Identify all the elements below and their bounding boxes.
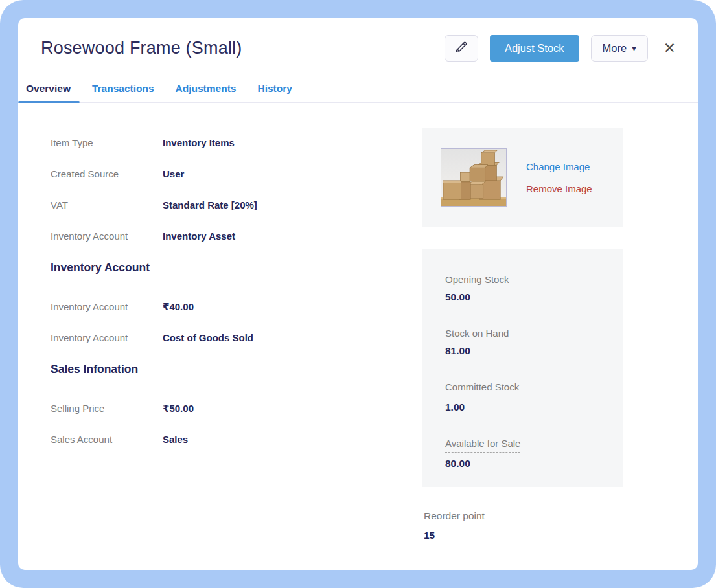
reorder-point-block: Reorder point 15 bbox=[422, 510, 623, 541]
detail-label: Item Type bbox=[51, 137, 163, 150]
detail-value: Inventory Items bbox=[163, 137, 235, 150]
item-detail-card: Rosewood Frame (Small) Adjust Stock More… bbox=[18, 18, 698, 570]
change-image-link[interactable]: Change Image bbox=[526, 161, 592, 172]
tab-adjustments[interactable]: Adjustments bbox=[176, 83, 237, 95]
adjust-stock-button[interactable]: Adjust Stock bbox=[490, 35, 579, 62]
image-links: Change Image Remove Image bbox=[526, 161, 592, 194]
chevron-down-icon: ▾ bbox=[632, 44, 636, 52]
tab-history[interactable]: History bbox=[257, 83, 292, 95]
detail-value: Inventory Asset bbox=[163, 230, 235, 243]
detail-row-vat: VAT Standard Rate [20%] bbox=[51, 199, 422, 212]
header: Rosewood Frame (Small) Adjust Stock More… bbox=[18, 18, 698, 62]
detail-label: Created Source bbox=[51, 168, 163, 181]
item-details-column: Item Type Inventory Items Created Source… bbox=[32, 128, 422, 541]
detail-value: Standard Rate [20%] bbox=[163, 199, 257, 212]
stock-row-committed-stock: Committed Stock 1.00 bbox=[445, 381, 610, 414]
overview-content: Item Type Inventory Items Created Source… bbox=[18, 103, 698, 541]
detail-value: ₹40.00 bbox=[163, 300, 194, 313]
detail-label: VAT bbox=[51, 199, 163, 212]
detail-value: Sales bbox=[163, 433, 188, 446]
image-panel: Change Image Remove Image bbox=[422, 128, 623, 227]
more-button-label: More bbox=[603, 42, 627, 54]
detail-value: ₹50.00 bbox=[163, 402, 194, 415]
stock-label: Available for Sale bbox=[445, 437, 520, 453]
reorder-point-label: Reorder point bbox=[424, 510, 623, 522]
detail-label: Selling Price bbox=[51, 402, 163, 415]
detail-row-selling-price: Selling Price ₹50.00 bbox=[51, 402, 422, 415]
stock-value: 80.00 bbox=[445, 457, 610, 470]
remove-image-link[interactable]: Remove Image bbox=[526, 183, 592, 194]
window-frame: Rosewood Frame (Small) Adjust Stock More… bbox=[0, 0, 716, 588]
tab-overview[interactable]: Overview bbox=[26, 83, 71, 95]
detail-value: User bbox=[163, 168, 184, 181]
detail-value: Cost of Goods Sold bbox=[163, 332, 253, 345]
detail-row-sales-account: Sales Account Sales bbox=[51, 433, 422, 446]
product-image bbox=[441, 148, 507, 207]
header-actions: Adjust Stock More ▾ ✕ bbox=[445, 35, 678, 62]
section-heading-inventory-account: Inventory Account bbox=[51, 261, 422, 275]
page-title: Rosewood Frame (Small) bbox=[41, 38, 242, 58]
detail-row-cost-price: Inventory Account ₹40.00 bbox=[51, 300, 422, 313]
section-heading-sales-information: Sales Infonation bbox=[51, 363, 422, 376]
stock-value: 50.00 bbox=[445, 291, 610, 304]
stock-label: Opening Stock bbox=[445, 273, 509, 286]
detail-label: Inventory Account bbox=[51, 300, 163, 313]
detail-row-item-type: Item Type Inventory Items bbox=[51, 137, 422, 150]
tab-transactions[interactable]: Transactions bbox=[92, 83, 154, 95]
detail-row-inventory-account: Inventory Account Inventory Asset bbox=[51, 230, 422, 243]
detail-label: Inventory Account bbox=[51, 230, 163, 243]
detail-row-created-source: Created Source User bbox=[51, 168, 422, 181]
detail-row-cogs-account: Inventory Account Cost of Goods Sold bbox=[51, 332, 422, 345]
stock-label: Stock on Hand bbox=[445, 327, 509, 340]
stock-row-stock-on-hand: Stock on Hand 81.00 bbox=[445, 327, 610, 357]
stock-value: 1.00 bbox=[445, 401, 610, 414]
stock-summary-column: Change Image Remove Image Opening Stock … bbox=[422, 128, 623, 541]
edit-button[interactable] bbox=[445, 35, 478, 62]
stock-value: 81.00 bbox=[445, 345, 610, 357]
detail-label: Inventory Account bbox=[51, 332, 163, 345]
close-icon[interactable]: ✕ bbox=[661, 38, 678, 58]
more-button[interactable]: More ▾ bbox=[591, 35, 648, 62]
detail-label: Sales Account bbox=[51, 433, 163, 446]
tab-bar: Overview Transactions Adjustments Histor… bbox=[18, 83, 698, 103]
pencil-icon bbox=[454, 40, 468, 56]
stock-row-available-for-sale: Available for Sale 80.00 bbox=[445, 437, 610, 470]
stock-label: Committed Stock bbox=[445, 381, 519, 396]
reorder-point-value: 15 bbox=[424, 530, 623, 541]
stock-panel: Opening Stock 50.00 Stock on Hand 81.00 … bbox=[422, 249, 623, 487]
stock-row-opening-stock: Opening Stock 50.00 bbox=[445, 273, 610, 304]
